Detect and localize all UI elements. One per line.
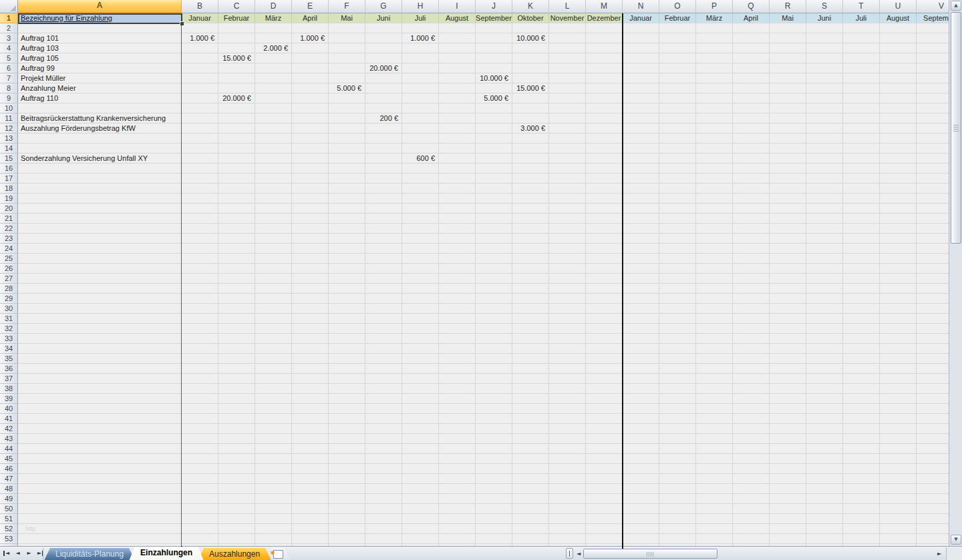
row-header-47[interactable]: 47	[0, 474, 18, 484]
cell-A43[interactable]	[18, 434, 182, 444]
cell-S49[interactable]	[806, 494, 843, 504]
cell-H30[interactable]	[402, 304, 439, 314]
cell-D28[interactable]	[255, 284, 292, 294]
cell-I22[interactable]	[439, 224, 476, 234]
cell-V22[interactable]	[917, 224, 949, 234]
cell-I47[interactable]	[439, 474, 476, 484]
row-header-38[interactable]: 38	[0, 384, 18, 394]
cell-D16[interactable]	[255, 164, 292, 174]
cell-V51[interactable]	[917, 514, 949, 524]
cell-F43[interactable]	[329, 434, 365, 444]
cell-F3[interactable]	[329, 33, 365, 43]
cell-J42[interactable]	[476, 424, 512, 434]
cell-J35[interactable]	[476, 354, 512, 364]
cell-E27[interactable]	[292, 274, 329, 284]
cell-T27[interactable]	[843, 274, 880, 284]
row-header-14[interactable]: 14	[0, 144, 18, 154]
cell-G52[interactable]	[365, 524, 402, 534]
cell-J13[interactable]	[476, 133, 512, 144]
cell-R34[interactable]	[770, 344, 806, 354]
cell-L22[interactable]	[549, 224, 586, 234]
column-header-D[interactable]: D	[255, 0, 292, 13]
cell-R15[interactable]	[770, 154, 806, 164]
cell-P48[interactable]	[696, 484, 733, 494]
cell-N27[interactable]	[623, 274, 659, 284]
cell-S17[interactable]	[806, 174, 843, 184]
cell-R49[interactable]	[770, 494, 806, 504]
cell-R27[interactable]	[770, 274, 806, 284]
cell-K3[interactable]: 10.000 €	[512, 33, 549, 43]
cell-U32[interactable]	[880, 324, 917, 334]
cell-A31[interactable]	[18, 314, 182, 324]
cell-N3[interactable]	[623, 33, 659, 43]
cell-T14[interactable]	[843, 144, 880, 154]
column-header-Q[interactable]: Q	[733, 0, 770, 13]
sheet-tab-liquiditaets-planung[interactable]: Liquiditäts-Planung	[44, 548, 135, 560]
cell-B9[interactable]	[182, 93, 218, 103]
cell-D39[interactable]	[255, 394, 292, 404]
cell-D34[interactable]	[255, 344, 292, 354]
cell-G28[interactable]	[365, 284, 402, 294]
cell-O49[interactable]	[659, 494, 696, 504]
cell-M6[interactable]	[586, 63, 623, 73]
cell-L5[interactable]	[549, 53, 586, 63]
cell-O7[interactable]	[659, 73, 696, 83]
cell-E4[interactable]	[292, 43, 329, 53]
cell-K35[interactable]	[512, 354, 549, 364]
cell-H40[interactable]	[402, 404, 439, 414]
cell-C5[interactable]: 15.000 €	[218, 53, 255, 63]
cell-V49[interactable]	[917, 494, 949, 504]
cell-N38[interactable]	[623, 384, 659, 394]
cell-L53[interactable]	[549, 534, 586, 544]
cell-B17[interactable]	[182, 174, 218, 184]
cell-M4[interactable]	[586, 43, 623, 53]
select-all-corner[interactable]	[0, 0, 18, 13]
cell-V25[interactable]	[917, 254, 949, 264]
cell-F45[interactable]	[329, 454, 365, 464]
column-header-U[interactable]: U	[880, 0, 917, 13]
cell-B39[interactable]	[182, 394, 218, 404]
cell-S29[interactable]	[806, 294, 843, 304]
cell-U21[interactable]	[880, 214, 917, 224]
cell-S11[interactable]	[806, 113, 843, 123]
cell-G53[interactable]	[365, 534, 402, 544]
cell-P35[interactable]	[696, 354, 733, 364]
cell-L34[interactable]	[549, 344, 586, 354]
cell-K41[interactable]	[512, 414, 549, 424]
cell-V43[interactable]	[917, 434, 949, 444]
cell-F24[interactable]	[329, 244, 365, 254]
cell-N17[interactable]	[623, 174, 659, 184]
cell-C20[interactable]	[218, 204, 255, 214]
cell-A23[interactable]	[18, 234, 182, 244]
tab-split-handle[interactable]	[566, 548, 573, 559]
cell-V52[interactable]	[917, 524, 949, 534]
cell-A40[interactable]	[18, 404, 182, 414]
cell-L18[interactable]	[549, 184, 586, 194]
cell-E18[interactable]	[292, 184, 329, 194]
cell-T53[interactable]	[843, 534, 880, 544]
cell-C43[interactable]	[218, 434, 255, 444]
cell-A34[interactable]	[18, 344, 182, 354]
cell-R14[interactable]	[770, 144, 806, 154]
cell-N35[interactable]	[623, 354, 659, 364]
cell-J41[interactable]	[476, 414, 512, 424]
cell-H35[interactable]	[402, 354, 439, 364]
cell-U18[interactable]	[880, 184, 917, 194]
cell-S30[interactable]	[806, 304, 843, 314]
scroll-down-button[interactable]: ▼	[951, 535, 961, 545]
cell-I41[interactable]	[439, 414, 476, 424]
cell-N18[interactable]	[623, 184, 659, 194]
row-header-24[interactable]: 24	[0, 244, 18, 254]
row-header-44[interactable]: 44	[0, 444, 18, 454]
cell-F49[interactable]	[329, 494, 365, 504]
cell-B42[interactable]	[182, 424, 218, 434]
cell-I13[interactable]	[439, 133, 476, 144]
cell-Q9[interactable]	[733, 93, 770, 103]
cell-S22[interactable]	[806, 224, 843, 234]
cell-T35[interactable]	[843, 354, 880, 364]
cell-I43[interactable]	[439, 434, 476, 444]
row-header-6[interactable]: 6	[0, 63, 18, 73]
cell-I48[interactable]	[439, 484, 476, 494]
cell-C28[interactable]	[218, 284, 255, 294]
cell-K23[interactable]	[512, 234, 549, 244]
